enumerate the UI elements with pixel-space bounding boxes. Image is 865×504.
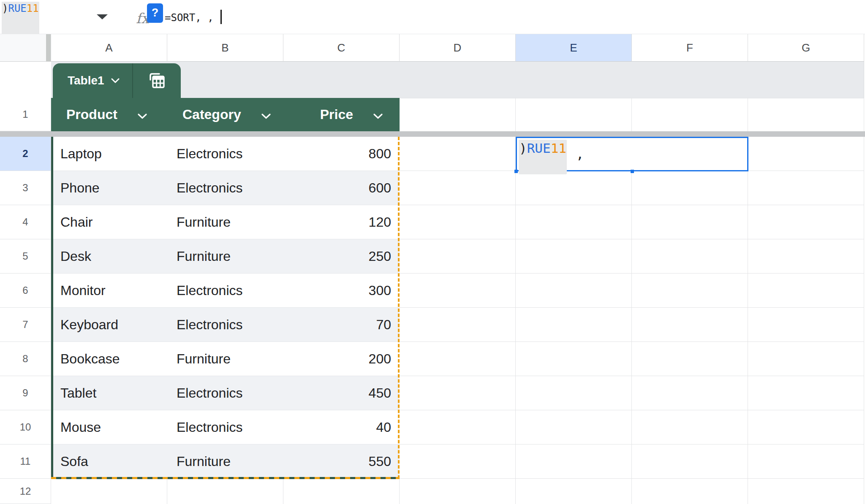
cell-f4[interactable] [632,205,748,239]
cell-b8[interactable]: Furniture [167,342,283,376]
cell-a4[interactable]: Chair [51,205,167,239]
cell-a5[interactable]: Desk [51,239,167,273]
cell-e3[interactable] [516,171,632,205]
cell-g7[interactable] [748,308,864,342]
row-header-6[interactable]: 6 [0,274,51,308]
cell-b10[interactable]: Electronics [167,410,283,444]
cell-g5[interactable] [748,239,864,274]
cell-g12[interactable] [748,479,864,504]
cell-c10[interactable]: 40 [283,410,400,444]
cell-b5[interactable]: Furniture [167,239,283,273]
cell-a6[interactable]: Monitor [51,274,167,307]
name-box-dropdown-icon[interactable] [97,14,108,19]
cell-e1[interactable] [516,98,632,131]
column-header-c[interactable]: C [283,34,400,62]
cell-d1[interactable] [400,98,516,131]
cell-g4[interactable] [748,205,864,239]
cell-g10[interactable] [748,410,864,444]
column-header-f[interactable]: F [632,34,748,62]
table-header-product[interactable]: Product [51,98,167,131]
cell-editor-e2[interactable]: =SORT(A2:C11, 3, TRUE) [516,137,748,171]
row-header-3[interactable]: 3 [0,171,51,205]
cell-d11[interactable] [400,444,516,479]
cell-b6[interactable]: Electronics [167,274,283,307]
column-header-a[interactable]: A [51,34,167,62]
cell-a8[interactable]: Bookcase [51,342,167,376]
cell-f1[interactable] [632,98,748,131]
row-header-8[interactable]: 8 [0,342,51,376]
row-header-5[interactable]: 5 [0,239,51,274]
column-header-g[interactable]: G [748,34,864,62]
cell-g11[interactable] [748,444,864,479]
cell-f6[interactable] [632,274,748,308]
cell-e6[interactable] [516,274,632,308]
cell-f3[interactable] [632,171,748,205]
cell-e7[interactable] [516,308,632,342]
row-header-2[interactable]: 2 [0,137,51,171]
cell-c2[interactable]: 800 [283,137,400,171]
cell-e11[interactable] [516,444,632,479]
cell-b11[interactable]: Furniture [167,444,283,479]
sort-chevron-icon[interactable] [138,114,147,119]
cell-a3[interactable]: Phone [51,171,167,205]
cell-g2[interactable] [748,137,864,171]
row-header-9[interactable]: 9 [0,376,51,410]
row-header-1[interactable]: 1 [0,98,51,131]
column-header-d[interactable]: D [400,34,516,62]
cell-c7[interactable]: 70 [283,308,400,341]
row-header-12[interactable]: 12 [0,479,51,504]
cell-e5[interactable] [516,239,632,274]
cell-d10[interactable] [400,410,516,444]
cell-b4[interactable]: Furniture [167,205,283,239]
sort-chevron-icon[interactable] [261,114,271,119]
cell-g6[interactable] [748,274,864,308]
cell-e10[interactable] [516,410,632,444]
cell-c11[interactable]: 550 [283,444,400,479]
cell-c8[interactable]: 200 [283,342,400,376]
cell-e9[interactable] [516,376,632,410]
frozen-row-divider[interactable] [0,131,865,137]
cell-a12[interactable] [51,479,167,504]
cell-d4[interactable] [400,205,516,239]
cell-d2[interactable] [400,137,516,171]
table-name-chip[interactable]: Table1 [53,63,181,98]
cell-g9[interactable] [748,376,864,410]
cell-b9[interactable]: Electronics [167,376,283,410]
cell-e8[interactable] [516,342,632,376]
cell-c5[interactable]: 250 [283,239,400,273]
table-name-button[interactable]: Table1 [53,63,132,98]
cell-b2[interactable]: Electronics [167,137,283,171]
row-header-7[interactable]: 7 [0,308,51,342]
cell-f9[interactable] [632,376,748,410]
cell-d6[interactable] [400,274,516,308]
cell-f12[interactable] [632,479,748,504]
cell-b3[interactable]: Electronics [167,171,283,205]
cell-c3[interactable]: 600 [283,171,400,205]
cell-c6[interactable]: 300 [283,274,400,307]
cell-g1[interactable] [748,98,864,131]
column-header-b[interactable]: B [167,34,283,62]
cell-f11[interactable] [632,444,748,479]
cell-a2[interactable]: Laptop [51,137,167,171]
select-all-corner[interactable] [0,34,51,62]
cell-f8[interactable] [632,342,748,376]
cell-c12[interactable] [283,479,400,504]
row-header-11[interactable]: 11 [0,444,51,479]
cell-c4[interactable]: 120 [283,205,400,239]
row-header-4[interactable]: 4 [0,205,51,239]
cell-d7[interactable] [400,308,516,342]
cell-f5[interactable] [632,239,748,274]
cell-e12[interactable] [516,479,632,504]
cell-d9[interactable] [400,376,516,410]
sort-chevron-icon[interactable] [373,114,383,119]
cell-b7[interactable]: Electronics [167,308,283,341]
formula-input[interactable]: =SORT(A2:C11, 3, TRUE) [165,10,222,24]
cell-e4[interactable] [516,205,632,239]
row-header-10[interactable]: 10 [0,410,51,444]
cell-a11[interactable]: Sofa [51,444,167,479]
cell-g3[interactable] [748,171,864,205]
column-header-e[interactable]: E [516,34,632,62]
cell-d3[interactable] [400,171,516,205]
cell-a10[interactable]: Mouse [51,410,167,444]
table-header-category[interactable]: Category [167,98,283,131]
